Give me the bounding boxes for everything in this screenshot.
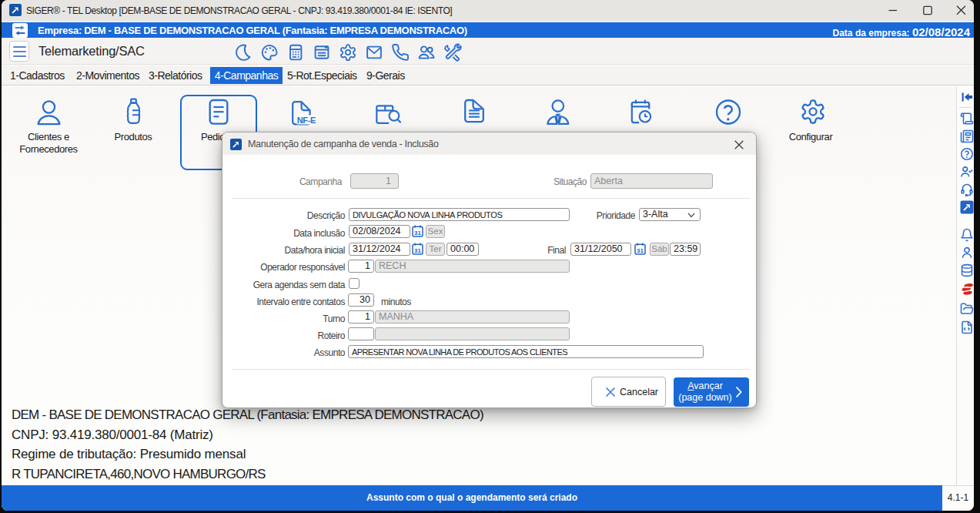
svg-text:31: 31 (637, 246, 644, 253)
svg-text:31: 31 (414, 246, 421, 253)
svg-text:31: 31 (414, 230, 421, 236)
svg-text:NF-E: NF-E (297, 116, 316, 125)
